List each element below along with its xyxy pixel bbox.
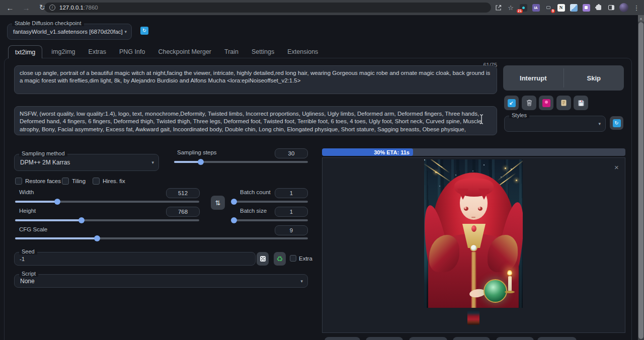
interrupt-button[interactable]: Interrupt (503, 65, 564, 91)
batch-size-slider[interactable] (232, 217, 308, 223)
slider-knob[interactable] (54, 199, 60, 205)
generated-image-preview[interactable] (424, 159, 523, 308)
paste-params-button[interactable]: ↙ (504, 96, 519, 110)
height-slider[interactable] (15, 217, 199, 223)
tiling-checkbox[interactable] (62, 178, 69, 185)
slider-knob[interactable] (198, 159, 204, 165)
slider-knob[interactable] (94, 235, 100, 241)
browser-menu-icon[interactable]: ⋮ (632, 3, 641, 12)
clipboard-icon (560, 99, 567, 107)
scrollbar-thumb[interactable] (638, 22, 643, 339)
styles-label: Styles (509, 112, 529, 118)
back-icon[interactable]: ← (4, 2, 16, 14)
refresh-icon: ↻ (613, 119, 621, 127)
paste-arrow-icon: ↙ (508, 99, 516, 107)
apply-styles-button[interactable] (556, 96, 571, 110)
share-icon[interactable] (494, 3, 503, 12)
extension-icon-4[interactable] (582, 3, 591, 12)
slider-knob[interactable] (231, 199, 237, 205)
save-style-button[interactable] (574, 96, 588, 110)
width-value[interactable]: 512 (166, 188, 200, 198)
bookmark-star-icon[interactable]: ☆ (506, 3, 515, 12)
tab-checkpoint-merger[interactable]: Checkpoint Merger (158, 48, 211, 55)
hires-fix-checkbox[interactable] (93, 178, 100, 185)
restore-faces-checkbox[interactable] (15, 178, 22, 185)
seed-field-box: Seed (14, 252, 256, 266)
checkpoint-label: Stable Diffusion checkpoint (12, 20, 84, 26)
slider-knob[interactable] (231, 217, 237, 223)
url-port: :7860 (84, 5, 98, 11)
tab-settings[interactable]: Settings (252, 48, 274, 55)
tab-extras[interactable]: Extras (89, 48, 106, 55)
skip-button[interactable]: Skip (564, 65, 624, 91)
extra-action-button[interactable] (537, 337, 577, 340)
slider-knob[interactable] (78, 217, 85, 223)
send-to-extras-button[interactable] (496, 337, 534, 340)
send-to-inpaint-button[interactable] (453, 337, 490, 340)
hires-fix-label: Hires. fix (103, 178, 125, 184)
sampling-method-value: DPM++ 2M Karras (20, 159, 70, 166)
tab-txt2img[interactable]: txt2img (8, 45, 42, 58)
address-bar[interactable]: i 127.0.0.1 :7860 (44, 3, 491, 13)
extension-icon-2[interactable]: 5 (544, 3, 553, 12)
batch-size-label: Batch size (240, 208, 267, 214)
generation-progress-bar: 30% ETA: 11s (322, 148, 625, 156)
cfg-scale-label: CFG Scale (19, 226, 47, 232)
batch-size-value[interactable]: 1 (275, 207, 308, 217)
cfg-scale-slider[interactable] (15, 235, 308, 241)
save-button[interactable] (325, 337, 360, 340)
dice-icon (260, 256, 266, 262)
extension-icon-3[interactable] (569, 3, 578, 12)
url-host: 127.0.0.1 (59, 5, 84, 11)
forward-icon[interactable]: → (20, 2, 32, 14)
sampling-steps-label: Sampling steps (177, 149, 217, 155)
browser-profile-avatar[interactable] (619, 3, 628, 12)
clear-prompt-button[interactable] (522, 96, 536, 110)
trash-icon (526, 99, 533, 107)
chevron-down-icon: ▾ (124, 29, 127, 34)
tab-train[interactable]: Train (224, 48, 238, 55)
script-dropdown[interactable]: Script None ▾ (14, 274, 308, 288)
browser-toolbar: ← → ↻ i 127.0.0.1 :7860 ☆ 21 IA 5 (0, 0, 644, 15)
extensions-puzzle-icon[interactable] (594, 3, 603, 12)
sampling-method-label: Sampling method (19, 150, 67, 156)
send-to-img2img-button[interactable] (409, 337, 447, 340)
batch-count-slider[interactable] (232, 198, 308, 205)
sampling-steps-value[interactable]: 30 (275, 148, 308, 158)
swap-dimensions-button[interactable]: ⇅ (211, 196, 225, 210)
close-icon[interactable]: × (614, 163, 619, 172)
sampling-steps-slider[interactable] (174, 158, 308, 165)
site-info-icon[interactable]: i (49, 5, 55, 11)
side-panel-icon[interactable] (607, 3, 616, 12)
width-slider[interactable] (15, 198, 199, 205)
extra-seed-checkbox[interactable] (290, 255, 296, 262)
cfg-scale-value[interactable]: 9 (275, 225, 308, 235)
batch-count-value[interactable]: 1 (275, 188, 308, 198)
reuse-seed-button[interactable]: ♻ (274, 252, 286, 266)
prompt-input[interactable]: close up angle, portrait of a beautiful … (14, 65, 497, 94)
extension-icon-1[interactable]: 21 (519, 3, 528, 12)
tab-extensions[interactable]: Extensions (287, 48, 318, 55)
checkpoint-dropdown[interactable]: Stable Diffusion checkpoint fantasyWorld… (7, 24, 132, 40)
tab-img2img[interactable]: img2img (51, 48, 75, 55)
styles-dropdown[interactable]: Styles ▾ (504, 116, 606, 132)
scrollbar-up-arrow[interactable]: ▲ (638, 15, 644, 22)
refresh-checkpoint-icon[interactable]: ↻ (140, 27, 148, 35)
extension-icon-ia[interactable]: IA (531, 3, 540, 12)
zip-button[interactable] (366, 337, 403, 340)
refresh-styles-button[interactable]: ↻ (610, 116, 623, 130)
restore-faces-label: Restore faces (25, 178, 61, 184)
seed-input[interactable] (15, 252, 255, 265)
height-label: Height (19, 208, 36, 214)
extra-networks-button[interactable] (539, 96, 553, 110)
progress-fill: 30% ETA: 11s (322, 148, 413, 156)
random-seed-button[interactable] (257, 252, 269, 266)
sampling-method-dropdown[interactable]: Sampling method DPM++ 2M Karras ▾ (14, 154, 159, 171)
gallery-thumbnail[interactable] (467, 310, 479, 325)
extension-icon-notion[interactable]: N (556, 3, 566, 12)
tab-png-info[interactable]: PNG Info (119, 48, 145, 55)
page-scrollbar[interactable]: ▲ (638, 15, 644, 340)
height-value[interactable]: 768 (166, 207, 200, 217)
negative-prompt-input[interactable]: NSFW, (worst quality, low quality:1.4), … (14, 106, 497, 135)
extension-badge: 21 (517, 9, 523, 13)
